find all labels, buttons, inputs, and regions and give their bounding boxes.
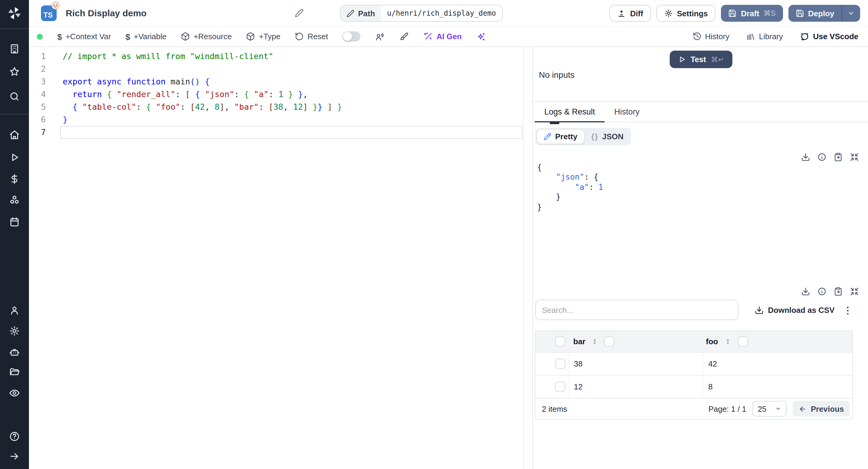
sidebar-item-schedules[interactable] bbox=[9, 216, 20, 227]
sidebar-item-workers[interactable] bbox=[9, 347, 20, 357]
line-number: 5 bbox=[29, 101, 46, 113]
column-header-bar[interactable]: bar bbox=[573, 337, 585, 346]
path-value[interactable]: u/henri/rich_display_demo bbox=[381, 5, 502, 21]
sidebar-item-variables[interactable] bbox=[9, 174, 20, 184]
tab-history[interactable]: History bbox=[604, 102, 649, 122]
package-icon bbox=[181, 32, 190, 41]
add-resource-button[interactable]: +Resource bbox=[181, 32, 231, 41]
sidebar-item-home[interactable] bbox=[9, 130, 20, 140]
code-line[interactable]: 2 bbox=[29, 63, 523, 75]
expand-result-button[interactable] bbox=[850, 153, 859, 162]
row-checkbox[interactable] bbox=[555, 359, 565, 369]
diff-button[interactable]: Diff bbox=[610, 5, 651, 22]
editor-toolbar: $ +Context Var $ +Variable +Resource +Ty… bbox=[29, 27, 868, 47]
code-line[interactable]: 1// import * as wmill from "windmill-cli… bbox=[29, 50, 523, 63]
sidebar-item-help[interactable] bbox=[9, 431, 20, 442]
sort-icon[interactable] bbox=[724, 338, 731, 345]
add-variable-button[interactable]: $ +Variable bbox=[125, 32, 166, 41]
code-line[interactable]: 4 return { "render_all": [ { "json": { "… bbox=[29, 88, 523, 101]
column-checkbox[interactable] bbox=[738, 336, 748, 347]
sort-icon[interactable] bbox=[591, 338, 598, 345]
code-line[interactable]: 5 { "table-col": { "foo": [42, 8], "bar"… bbox=[29, 101, 523, 113]
reset-icon bbox=[295, 32, 304, 41]
multiplayer-users-button[interactable] bbox=[375, 32, 384, 41]
draft-button[interactable]: Draft ⌘S bbox=[721, 5, 783, 22]
multiplayer-toggle[interactable] bbox=[342, 31, 361, 41]
use-vscode-button[interactable]: Use VScode bbox=[800, 32, 858, 41]
toggle-knob bbox=[343, 32, 352, 41]
previous-page-button[interactable]: Previous bbox=[793, 401, 850, 416]
search-input[interactable] bbox=[535, 300, 738, 320]
history-button[interactable]: History bbox=[692, 32, 730, 41]
table-row[interactable]: 3842 bbox=[535, 352, 852, 375]
gear-icon bbox=[9, 325, 20, 336]
sidebar-divider bbox=[0, 114, 29, 115]
items-count: 2 items bbox=[542, 404, 567, 413]
ai-assistant-button[interactable] bbox=[476, 32, 486, 41]
table-row[interactable]: 128 bbox=[535, 375, 852, 398]
pretty-view-button[interactable]: Pretty bbox=[536, 129, 585, 144]
expand-table-button[interactable] bbox=[850, 287, 859, 296]
json-view-button[interactable]: {} JSON bbox=[585, 129, 630, 144]
deploy-button[interactable]: Deploy bbox=[788, 5, 841, 22]
reset-button[interactable]: Reset bbox=[295, 32, 328, 41]
code-line[interactable]: 3export async function main() { bbox=[29, 75, 523, 88]
table-menu-button[interactable]: ⋮ bbox=[843, 305, 852, 314]
chevron-down-icon bbox=[847, 10, 855, 17]
column-header-foo[interactable]: foo bbox=[706, 337, 718, 346]
add-type-button[interactable]: +Type bbox=[246, 32, 281, 41]
pencil-icon bbox=[295, 8, 304, 18]
deploy-options-button[interactable] bbox=[842, 5, 860, 22]
sidebar-item-folders[interactable] bbox=[9, 367, 20, 377]
result-json-line: "json": { bbox=[537, 173, 603, 183]
row-checkbox[interactable] bbox=[555, 382, 565, 392]
sidebar-item-expand[interactable] bbox=[9, 451, 20, 462]
add-context-var-button[interactable]: $ +Context Var bbox=[57, 32, 111, 41]
result-view-switch: Pretty {} JSON bbox=[535, 128, 631, 145]
help-icon bbox=[9, 431, 20, 442]
line-number: 3 bbox=[29, 75, 46, 88]
line-number: 2 bbox=[29, 63, 46, 75]
arrow-right-icon bbox=[9, 451, 20, 462]
sidebar-item-resources[interactable] bbox=[9, 195, 20, 206]
result-info-button[interactable] bbox=[817, 153, 827, 162]
folder-icon bbox=[9, 367, 20, 377]
table-info-button[interactable] bbox=[817, 287, 827, 296]
sidebar-item-users[interactable] bbox=[9, 305, 20, 316]
panel-splitter-handle[interactable] bbox=[550, 122, 559, 124]
copy-result-button[interactable] bbox=[834, 153, 843, 162]
code-editor[interactable]: 1// import * as wmill from "windmill-cli… bbox=[29, 47, 524, 469]
ai-gen-button[interactable]: AI Gen bbox=[423, 32, 462, 41]
tab-logs-result[interactable]: Logs & Result bbox=[535, 102, 604, 122]
download-table-button[interactable] bbox=[801, 287, 810, 296]
code-line[interactable]: 6} bbox=[29, 113, 523, 126]
sidebar-item-workspace[interactable] bbox=[9, 43, 20, 54]
edit-title-button[interactable] bbox=[295, 8, 304, 18]
sidebar-item-runs[interactable] bbox=[9, 152, 20, 163]
inputs-section: Test ⌘↵ No inputs bbox=[533, 47, 868, 102]
table-cell: 38 bbox=[569, 353, 703, 375]
windmill-logo-icon[interactable] bbox=[7, 5, 22, 21]
library-button[interactable]: Library bbox=[746, 32, 783, 41]
download-csv-button[interactable]: Download as CSV bbox=[755, 305, 835, 314]
settings-button[interactable]: Settings bbox=[656, 5, 716, 22]
select-all-checkbox[interactable] bbox=[555, 336, 565, 347]
copy-table-button[interactable] bbox=[834, 287, 843, 296]
sidebar-item-search[interactable] bbox=[9, 91, 20, 102]
diff-icon bbox=[618, 9, 626, 18]
sidebar-item-favorites[interactable] bbox=[9, 66, 20, 77]
line-number: 7 bbox=[29, 126, 46, 139]
page-size-select[interactable]: 25 bbox=[752, 401, 786, 416]
table-header-row: bar foo bbox=[535, 331, 852, 352]
column-checkbox[interactable] bbox=[604, 336, 614, 347]
clipboard-copy-icon bbox=[834, 153, 843, 162]
code-content[interactable]: 1// import * as wmill from "windmill-cli… bbox=[29, 50, 523, 139]
path-field[interactable]: Path u/henri/rich_display_demo bbox=[340, 5, 503, 22]
sidebar-item-settings[interactable] bbox=[9, 325, 20, 336]
result-tabbar: Logs & Result History bbox=[533, 102, 868, 122]
sidebar-item-audit-logs[interactable] bbox=[9, 387, 20, 399]
page-indicator: Page: 1 / 1 bbox=[708, 404, 746, 413]
download-result-button[interactable] bbox=[801, 153, 810, 162]
format-button[interactable] bbox=[399, 32, 409, 41]
test-button[interactable]: Test ⌘↵ bbox=[670, 51, 733, 68]
